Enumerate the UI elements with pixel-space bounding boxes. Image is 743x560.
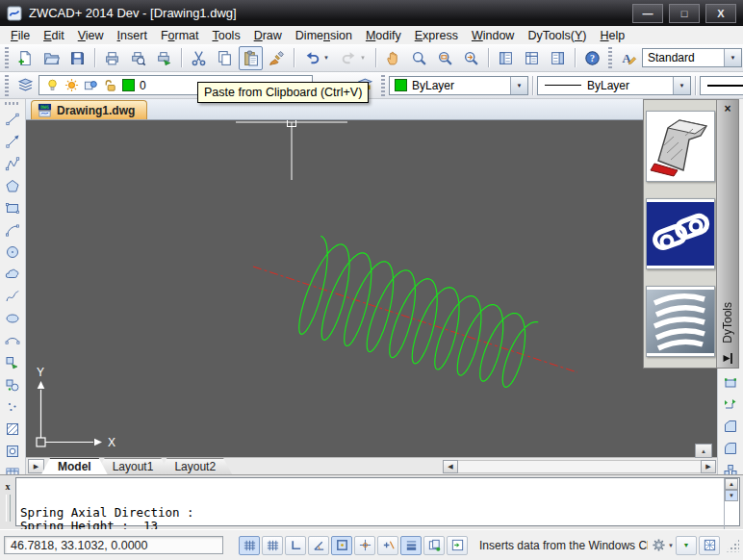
help-button[interactable] [580, 46, 604, 70]
chevron-down-icon[interactable]: ▼ [724, 49, 741, 66]
circle-button[interactable] [1, 241, 24, 263]
text-style-select[interactable]: Standard ▼ [642, 48, 742, 67]
layer-manager-button[interactable] [13, 73, 38, 97]
chevron-down-icon[interactable]: ▼ [510, 77, 527, 94]
designcenter-button[interactable] [520, 46, 544, 70]
grid-toggle[interactable] [262, 536, 283, 555]
close-button[interactable]: X [705, 4, 736, 23]
lineweight-select[interactable] [700, 76, 743, 95]
hatch-button[interactable] [1, 418, 24, 440]
properties-button[interactable] [494, 46, 518, 70]
revcloud-button[interactable] [1, 263, 24, 285]
dytools-panel-titlebar[interactable]: × DyTools [716, 100, 738, 368]
publish-button[interactable] [152, 46, 176, 70]
zoom-window-button[interactable] [433, 46, 457, 70]
make-block-button[interactable] [1, 373, 24, 395]
polyline-button[interactable] [1, 152, 24, 174]
region-button[interactable] [1, 440, 24, 462]
menu-window[interactable]: Window [465, 28, 521, 43]
toolbar-grip[interactable] [608, 47, 612, 68]
rectangle-button[interactable] [1, 196, 24, 218]
menu-dimension[interactable]: Dimension [289, 28, 359, 43]
ellipse-button[interactable] [1, 307, 24, 329]
zoom-previous-button[interactable] [459, 46, 483, 70]
text-style-manager-button[interactable] [617, 46, 641, 70]
stretch-button[interactable] [719, 393, 742, 415]
point-button[interactable] [1, 395, 24, 418]
viewport-toggle[interactable] [447, 536, 468, 555]
menu-file[interactable]: File [4, 28, 37, 43]
dyn-toggle[interactable] [377, 536, 398, 555]
layout-tab-nav-button[interactable]: ▶ [28, 459, 44, 473]
scroll-right-button[interactable]: ▶ [701, 460, 716, 473]
esnap-toggle[interactable] [331, 536, 352, 555]
dytool-rail-button[interactable] [646, 111, 715, 182]
menu-dytools[interactable]: DyTools(Y) [521, 28, 593, 43]
chevron-down-icon[interactable]: ▼ [673, 77, 690, 94]
command-scroll-up-button[interactable]: ▲ [725, 478, 738, 490]
menu-format[interactable]: Format [154, 28, 206, 43]
menu-modify[interactable]: Modify [359, 28, 408, 43]
dytool-chain-button[interactable] [646, 198, 715, 269]
layer-on-icon[interactable] [45, 78, 60, 92]
redo-button[interactable] [336, 46, 371, 70]
open-button[interactable] [39, 46, 64, 70]
horizontal-scrollbar[interactable]: ◀ ▶ [443, 460, 717, 473]
panel-close-button[interactable]: × [724, 104, 730, 114]
status-menu-button[interactable]: ▼ [652, 538, 674, 552]
toolbar-grip[interactable] [5, 75, 9, 96]
chamfer-button[interactable] [719, 415, 742, 437]
dytool-spring-button[interactable] [646, 286, 715, 357]
model-space-toggle[interactable] [423, 536, 445, 555]
ray-button[interactable] [1, 130, 24, 152]
document-tab-drawing1[interactable]: DWG Drawing1.dwg [31, 100, 147, 119]
print-preview-button[interactable] [126, 46, 150, 70]
polar-toggle[interactable] [308, 536, 329, 555]
restore-button[interactable]: □ [669, 4, 700, 23]
auto-hide-pin-icon[interactable] [722, 352, 734, 365]
toolbar-grip[interactable] [5, 47, 9, 68]
ortho-toggle[interactable] [285, 536, 306, 555]
menu-view[interactable]: View [71, 28, 111, 43]
spring-helix-polyline[interactable] [299, 236, 539, 387]
linetype-select[interactable]: ByLayer ▼ [537, 76, 691, 95]
menu-insert[interactable]: Insert [111, 28, 154, 43]
tab-layout2[interactable]: Layout2 [158, 458, 232, 474]
canvas-scroll-up-button[interactable]: ▲ [695, 444, 712, 458]
window-resize-grip[interactable] [726, 539, 739, 552]
tool-palettes-button[interactable] [546, 46, 570, 70]
scrollbar-track[interactable] [458, 460, 701, 473]
ellipse-arc-button[interactable] [1, 329, 24, 351]
annotation-scale-button[interactable]: ▼ [676, 536, 697, 555]
toolbar-grip[interactable] [5, 102, 20, 105]
save-button[interactable] [65, 46, 90, 70]
clean-screen-button[interactable] [699, 536, 720, 555]
format-painter-button[interactable] [265, 46, 289, 70]
color-select[interactable]: ByLayer ▼ [389, 76, 528, 95]
undo-button[interactable] [299, 46, 334, 70]
drawing-canvas[interactable]: Y X [26, 120, 717, 457]
command-scroll-down-button[interactable]: ▼ [725, 490, 738, 501]
menu-edit[interactable]: Edit [37, 28, 71, 43]
layer-thaw-icon[interactable] [64, 78, 79, 92]
copy-button[interactable] [213, 46, 237, 70]
command-drag-grip[interactable] [6, 495, 11, 522]
scroll-left-button[interactable]: ◀ [443, 460, 458, 473]
snap-toggle[interactable] [239, 536, 260, 555]
spline-button[interactable] [1, 285, 24, 307]
minimize-button[interactable]: — [632, 4, 663, 23]
cut-button[interactable] [187, 46, 211, 70]
layer-unlock-icon[interactable] [103, 78, 117, 92]
zoom-realtime-button[interactable] [407, 46, 431, 70]
print-button[interactable] [100, 46, 124, 70]
polygon-button[interactable] [1, 174, 24, 196]
layer-vpfreeze-icon[interactable] [84, 78, 98, 92]
fillet-button[interactable] [719, 437, 742, 459]
tab-model[interactable]: Model [41, 458, 108, 474]
etrack-toggle[interactable] [354, 536, 375, 555]
menu-tools[interactable]: Tools [205, 28, 246, 43]
new-button[interactable] [13, 46, 38, 70]
arc-button[interactable] [1, 218, 24, 241]
lwt-toggle[interactable] [400, 536, 422, 555]
insert-block-button[interactable] [1, 351, 24, 373]
